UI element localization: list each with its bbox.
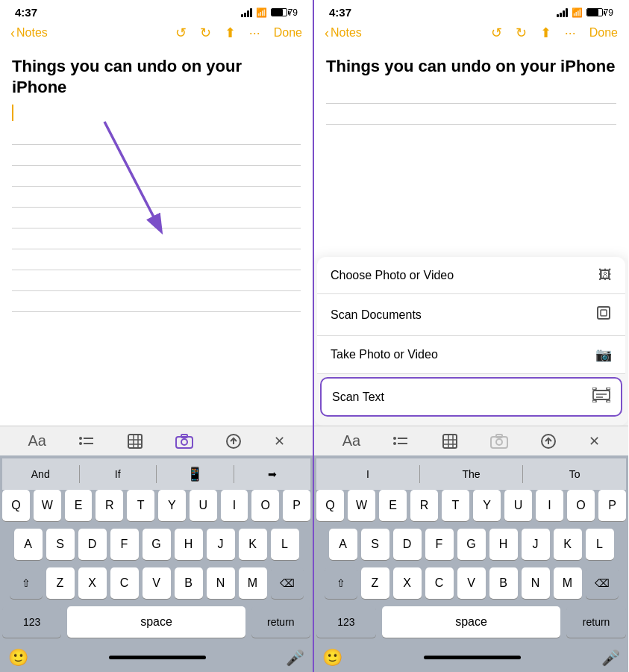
emoji-icon-left[interactable]: 🙂 — [8, 648, 28, 668]
suggestion-the[interactable]: The — [420, 458, 523, 490]
key-d-right[interactable]: D — [393, 529, 422, 560]
key-k-left[interactable]: K — [239, 529, 267, 560]
list-icon-right[interactable] — [392, 433, 409, 449]
key-x-left[interactable]: X — [78, 567, 107, 599]
key-u-right[interactable]: U — [504, 490, 532, 521]
key-h-left[interactable]: H — [175, 529, 203, 560]
table-icon-left[interactable] — [127, 433, 143, 449]
key-p-left[interactable]: P — [283, 490, 310, 521]
suggestion-arrow-icon[interactable]: ➡ — [234, 458, 311, 490]
key-l-right[interactable]: L — [586, 529, 614, 560]
done-button-left[interactable]: Done — [274, 26, 302, 40]
font-button-right[interactable]: Aa — [342, 432, 360, 449]
key-t-right[interactable]: T — [442, 490, 469, 521]
suggestion-to[interactable]: To — [523, 458, 626, 490]
suggestion-if[interactable]: If — [80, 458, 157, 490]
key-l-left[interactable]: L — [271, 529, 299, 560]
mic-icon-left[interactable]: 🎤 — [286, 649, 304, 667]
key-a-right[interactable]: A — [329, 529, 357, 560]
key-t-left[interactable]: T — [127, 490, 154, 521]
key-shift-right[interactable]: ⇧ — [325, 567, 357, 599]
popup-item-scan-docs[interactable]: Scan Documents — [317, 294, 625, 336]
key-e-left[interactable]: E — [65, 490, 93, 521]
key-shift-left[interactable]: ⇧ — [10, 567, 43, 599]
key-z-left[interactable]: Z — [46, 567, 75, 599]
popup-item-choose-photo[interactable]: Choose Photo or Video 🖼 — [317, 257, 625, 294]
key-y-right[interactable]: Y — [473, 490, 501, 521]
key-e-right[interactable]: E — [379, 490, 407, 521]
history-icon-left[interactable]: ↺ — [175, 25, 187, 41]
camera-icon-right[interactable] — [490, 433, 508, 449]
key-m-left[interactable]: M — [239, 567, 267, 599]
table-icon-right[interactable] — [442, 433, 458, 449]
share-icon-right[interactable]: ⬆ — [540, 25, 551, 41]
close-icon-right[interactable]: ✕ — [589, 433, 600, 449]
key-k-right[interactable]: K — [554, 529, 582, 560]
popup-item-scan-text[interactable]: Scan Text — [320, 377, 622, 417]
key-space-right[interactable]: space — [382, 606, 560, 638]
key-p-right[interactable]: P — [598, 490, 626, 521]
key-r-left[interactable]: R — [96, 490, 123, 521]
key-f-right[interactable]: F — [425, 529, 454, 560]
key-i-right[interactable]: I — [536, 490, 563, 521]
done-button-right[interactable]: Done — [589, 26, 618, 40]
key-f-left[interactable]: F — [110, 529, 139, 560]
nav-back-left[interactable]: ‹ Notes — [10, 25, 48, 41]
key-q-right[interactable]: Q — [316, 490, 344, 521]
history-icon-right[interactable]: ↺ — [491, 25, 502, 41]
redo-icon-right[interactable]: ↻ — [516, 25, 527, 41]
key-s-left[interactable]: S — [46, 529, 75, 560]
key-j-left[interactable]: J — [207, 529, 235, 560]
key-r-right[interactable]: R — [410, 490, 438, 521]
key-c-right[interactable]: C — [425, 567, 454, 599]
key-n-right[interactable]: N — [522, 567, 550, 599]
key-d-left[interactable]: D — [78, 529, 107, 560]
font-button-left[interactable]: Aa — [28, 432, 46, 449]
send-icon-left[interactable] — [225, 433, 242, 449]
key-u-left[interactable]: U — [190, 490, 217, 521]
key-w-left[interactable]: W — [34, 490, 61, 521]
key-v-left[interactable]: V — [143, 567, 171, 599]
key-backspace-left[interactable]: ⌫ — [271, 567, 304, 599]
key-o-right[interactable]: O — [567, 490, 595, 521]
suggestion-phone-icon[interactable]: 📱 — [157, 458, 234, 490]
camera-icon-left[interactable] — [175, 433, 193, 449]
suggestion-i[interactable]: I — [316, 458, 419, 490]
key-s-right[interactable]: S — [361, 529, 389, 560]
key-c-left[interactable]: C — [110, 567, 139, 599]
more-icon-right[interactable]: ··· — [565, 25, 576, 41]
popup-item-take-photo[interactable]: Take Photo or Video 📷 — [317, 336, 625, 374]
key-return-right[interactable]: return — [566, 606, 626, 638]
key-q-left[interactable]: Q — [2, 490, 30, 521]
key-v-right[interactable]: V — [457, 567, 486, 599]
key-m-right[interactable]: M — [554, 567, 582, 599]
key-space-left[interactable]: space — [67, 606, 245, 638]
key-y-left[interactable]: Y — [158, 490, 186, 521]
key-h-right[interactable]: H — [489, 529, 518, 560]
close-icon-left[interactable]: ✕ — [274, 433, 285, 449]
key-b-left[interactable]: B — [175, 567, 203, 599]
send-icon-right[interactable] — [540, 433, 557, 449]
key-backspace-right[interactable]: ⌫ — [586, 567, 619, 599]
key-123-right[interactable]: 123 — [316, 606, 376, 638]
redo-icon-left[interactable]: ↻ — [200, 25, 211, 41]
key-x-right[interactable]: X — [393, 567, 422, 599]
share-icon-left[interactable]: ⬆ — [225, 25, 236, 41]
key-j-right[interactable]: J — [522, 529, 550, 560]
nav-back-right[interactable]: ‹ Notes — [325, 25, 362, 41]
key-n-left[interactable]: N — [207, 567, 235, 599]
key-123-left[interactable]: 123 — [2, 606, 61, 638]
list-icon-left[interactable] — [78, 433, 95, 449]
key-z-right[interactable]: Z — [361, 567, 389, 599]
key-return-left[interactable]: return — [251, 606, 310, 638]
key-b-right[interactable]: B — [489, 567, 518, 599]
key-a-left[interactable]: A — [14, 529, 43, 560]
key-w-right[interactable]: W — [348, 490, 375, 521]
key-o-left[interactable]: O — [251, 490, 279, 521]
key-g-left[interactable]: G — [143, 529, 171, 560]
key-g-right[interactable]: G — [457, 529, 486, 560]
key-i-left[interactable]: I — [221, 490, 248, 521]
emoji-icon-right[interactable]: 🙂 — [322, 648, 342, 668]
mic-icon-right[interactable]: 🎤 — [601, 649, 620, 667]
more-icon-left[interactable]: ··· — [249, 25, 260, 41]
